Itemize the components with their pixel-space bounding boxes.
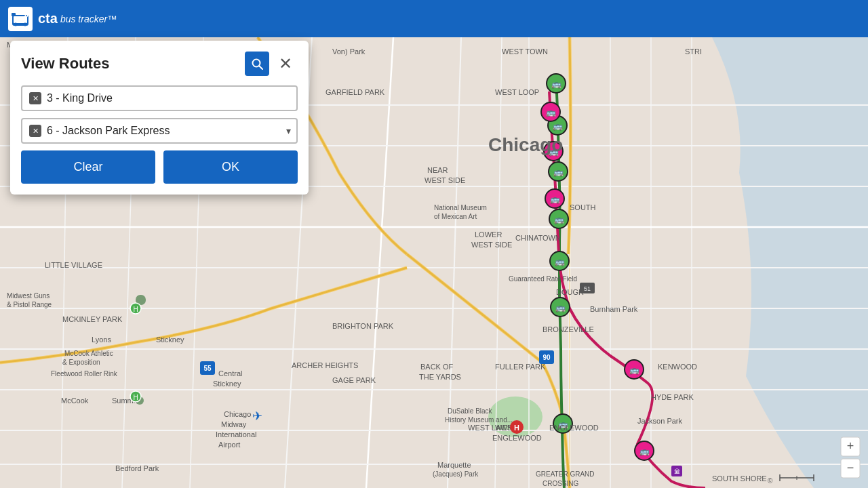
- svg-point-2: [14, 22, 18, 26]
- svg-text:WEST SIDE: WEST SIDE: [425, 176, 465, 184]
- svg-text:National Museum: National Museum: [434, 204, 487, 211]
- svg-text:ARCHER HEIGHTS: ARCHER HEIGHTS: [292, 361, 358, 369]
- svg-text:WEST LOOP: WEST LOOP: [495, 88, 539, 96]
- svg-text:(Jacques) Park: (Jacques) Park: [433, 470, 479, 478]
- svg-text:LITTLE VILLAGE: LITTLE VILLAGE: [45, 261, 102, 269]
- svg-text:Central: Central: [218, 369, 242, 378]
- svg-text:LOWER: LOWER: [475, 230, 502, 239]
- svg-text:−: −: [847, 461, 854, 474]
- cta-logo: [8, 7, 33, 31]
- svg-text:🚌: 🚌: [554, 214, 564, 224]
- svg-line-143: [260, 66, 263, 70]
- panel-header-buttons: ✕: [245, 52, 298, 76]
- svg-text:Marquette: Marquette: [437, 461, 471, 469]
- svg-text:HYDE PARK: HYDE PARK: [651, 393, 694, 401]
- svg-text:Guaranteed Rate Field: Guaranteed Rate Field: [509, 275, 577, 283]
- svg-text:ENGLEWOOD: ENGLEWOOD: [492, 434, 542, 442]
- search-button[interactable]: [245, 52, 269, 76]
- svg-text:H: H: [514, 424, 519, 432]
- svg-text:FULLER PARK: FULLER PARK: [495, 363, 546, 371]
- svg-text:DuSable Black: DuSable Black: [448, 407, 493, 415]
- svg-text:& Pistol Range: & Pistol Range: [7, 301, 52, 308]
- svg-text:MCKINLEY PARK: MCKINLEY PARK: [62, 315, 123, 323]
- svg-text:51: 51: [584, 285, 591, 292]
- panel-header: View Routes ✕: [21, 52, 298, 76]
- svg-text:BRONZEVILLE: BRONZEVILLE: [542, 325, 594, 333]
- clear-button[interactable]: Clear: [21, 150, 155, 184]
- svg-text:✈: ✈: [252, 409, 262, 423]
- svg-text:BRIGHTON PARK: BRIGHTON PARK: [332, 322, 394, 330]
- ok-button[interactable]: OK: [163, 150, 298, 184]
- svg-text:Midwest Guns: Midwest Guns: [7, 292, 50, 300]
- svg-text:McCook Athletic: McCook Athletic: [64, 350, 113, 357]
- panel-title: View Routes: [21, 55, 109, 73]
- svg-text:McCook: McCook: [61, 396, 89, 405]
- svg-text:🚌: 🚌: [550, 194, 560, 204]
- svg-text:GAGE PARK: GAGE PARK: [332, 376, 376, 384]
- svg-text:Midway: Midway: [221, 420, 247, 428]
- svg-text:Chicago: Chicago: [488, 134, 563, 155]
- svg-text:of Mexican Art: of Mexican Art: [434, 213, 477, 220]
- svg-text:WEST TOWN: WEST TOWN: [502, 47, 548, 56]
- svg-text:Von) Park: Von) Park: [332, 47, 366, 56]
- svg-text:H: H: [133, 306, 138, 313]
- svg-text:Lyons: Lyons: [92, 336, 111, 344]
- route-tag-1: ✕ 3 - King Drive: [21, 85, 298, 111]
- svg-text:International: International: [216, 430, 257, 439]
- svg-text:🚌: 🚌: [551, 79, 561, 89]
- svg-text:CROSSING: CROSSING: [542, 480, 579, 487]
- svg-text:55: 55: [203, 365, 212, 372]
- svg-text:Fleetwood Roller Rink: Fleetwood Roller Rink: [51, 370, 118, 378]
- svg-text:WEST SIDE: WEST SIDE: [471, 241, 512, 249]
- app-header: cta bus tracker™: [0, 0, 868, 37]
- svg-text:90: 90: [542, 354, 551, 361]
- svg-text:GARFIELD PARK: GARFIELD PARK: [326, 88, 385, 96]
- svg-rect-4: [12, 13, 16, 16]
- svg-text:Airport: Airport: [218, 441, 240, 449]
- svg-text:🚌: 🚌: [555, 256, 565, 266]
- svg-text:THE YARDS: THE YARDS: [419, 373, 461, 381]
- svg-text:Burnham Park: Burnham Park: [590, 305, 638, 313]
- svg-text:🚌: 🚌: [553, 167, 564, 177]
- svg-point-3: [24, 22, 27, 26]
- svg-text:& Exposition: & Exposition: [62, 359, 100, 366]
- svg-text:DOUGR: DOUGR: [556, 288, 584, 296]
- svg-text:🚌: 🚌: [629, 365, 639, 375]
- svg-text:🚌: 🚌: [546, 107, 556, 117]
- svg-text:H: H: [133, 394, 138, 401]
- routes-panel: View Routes ✕ ✕ 3 - King Drive ✕ 6 - Jac…: [10, 41, 309, 195]
- remove-route1-button[interactable]: ✕: [29, 92, 41, 104]
- svg-text:🚌: 🚌: [555, 302, 566, 312]
- svg-text:NEAR: NEAR: [427, 166, 448, 174]
- panel-action-buttons: Clear OK: [21, 150, 298, 184]
- dropdown-arrow-icon[interactable]: ▾: [286, 125, 291, 136]
- svg-text:Stickney: Stickney: [213, 380, 241, 388]
- svg-text:STRI: STRI: [685, 47, 702, 56]
- svg-text:Jackson Park: Jackson Park: [637, 417, 683, 425]
- svg-text:GREATER GRAND: GREATER GRAND: [536, 470, 595, 478]
- svg-text:🏛: 🏛: [674, 468, 680, 475]
- svg-text:History Museum and...: History Museum and...: [445, 416, 513, 424]
- svg-text:Chicago: Chicago: [224, 410, 251, 418]
- brand-sub: bus tracker™: [60, 14, 117, 24]
- svg-text:©: ©: [768, 477, 773, 485]
- svg-text:BACK OF: BACK OF: [420, 363, 454, 371]
- remove-route2-button[interactable]: ✕: [29, 125, 41, 137]
- svg-text:Stickney: Stickney: [156, 336, 184, 344]
- svg-text:SOUTH SHORE: SOUTH SHORE: [712, 474, 767, 483]
- svg-text:KENWOOD: KENWOOD: [658, 363, 697, 371]
- svg-text:Bedford Park: Bedford Park: [115, 464, 159, 472]
- close-button[interactable]: ✕: [273, 52, 298, 76]
- route2-label: 6 - Jackson Park Express: [47, 125, 170, 137]
- svg-text:+: +: [847, 439, 854, 453]
- svg-text:🚌: 🚌: [553, 121, 563, 131]
- svg-text:CHINATOWN: CHINATOWN: [515, 234, 561, 242]
- svg-text:🚌: 🚌: [639, 446, 650, 456]
- route1-label: 3 - King Drive: [47, 92, 113, 104]
- svg-text:SOUTH: SOUTH: [570, 203, 596, 211]
- brand-name: cta: [38, 11, 58, 26]
- route-tag-2: ✕ 6 - Jackson Park Express ▾: [21, 118, 298, 144]
- svg-text:ENGLEWOOD: ENGLEWOOD: [549, 424, 599, 432]
- svg-rect-1: [14, 16, 27, 23]
